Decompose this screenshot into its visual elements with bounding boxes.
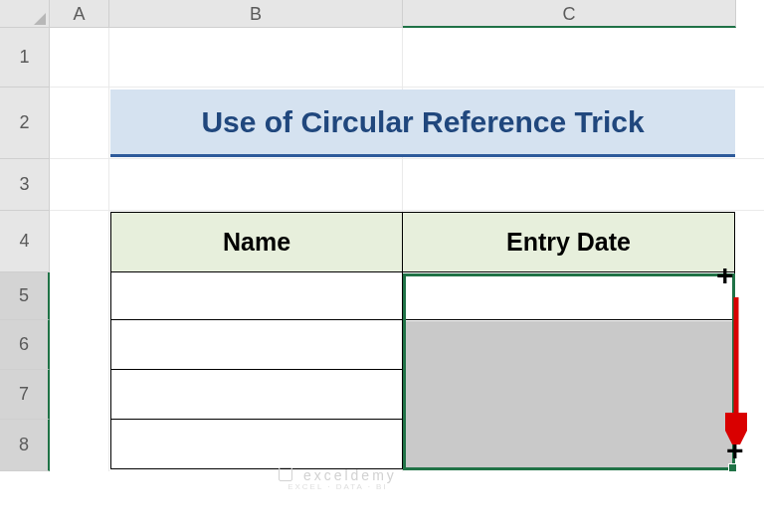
header-name[interactable]: Name [110, 212, 403, 272]
row-header-4[interactable]: 4 [0, 211, 50, 272]
row-header-2[interactable]: 2 [0, 88, 50, 159]
table-row [110, 320, 735, 370]
column-header-c[interactable]: C [403, 0, 736, 28]
svg-marker-0 [34, 13, 46, 25]
header-entry-date[interactable]: Entry Date [403, 212, 735, 272]
cell-b8[interactable] [110, 420, 403, 469]
table-row [110, 420, 735, 469]
row-header-3[interactable]: 3 [0, 159, 50, 211]
row-header-5[interactable]: 5 [0, 272, 50, 320]
table-row [110, 272, 735, 320]
row-header-6[interactable]: 6 [0, 320, 50, 370]
cell-c5[interactable] [403, 272, 735, 320]
cell-c8[interactable] [403, 420, 735, 469]
row-header-7[interactable]: 7 [0, 370, 50, 420]
row-headers: 1 2 3 4 5 6 7 8 [0, 28, 50, 471]
cell-b5[interactable] [110, 272, 403, 320]
title-text: Use of Circular Reference Trick [201, 105, 644, 139]
cell-b7[interactable] [110, 370, 403, 420]
row-header-1[interactable]: 1 [0, 28, 50, 88]
gridline-col-a [50, 28, 109, 471]
cell-c7[interactable] [403, 370, 735, 420]
title-banner: Use of Circular Reference Trick [110, 89, 735, 157]
cell-c6[interactable] [403, 320, 735, 370]
column-header-b[interactable]: B [109, 0, 403, 28]
select-all-corner[interactable] [0, 0, 50, 28]
table-row [110, 370, 735, 420]
cell-b6[interactable] [110, 320, 403, 370]
row-header-8[interactable]: 8 [0, 420, 50, 471]
select-all-triangle-icon [34, 13, 46, 25]
column-header-a[interactable]: A [50, 0, 109, 28]
watermark-tagline: EXCEL · DATA · BI [279, 482, 397, 491]
column-headers: A B C [50, 0, 764, 28]
data-table: Name Entry Date [110, 212, 735, 469]
table-header-row: Name Entry Date [110, 212, 735, 272]
